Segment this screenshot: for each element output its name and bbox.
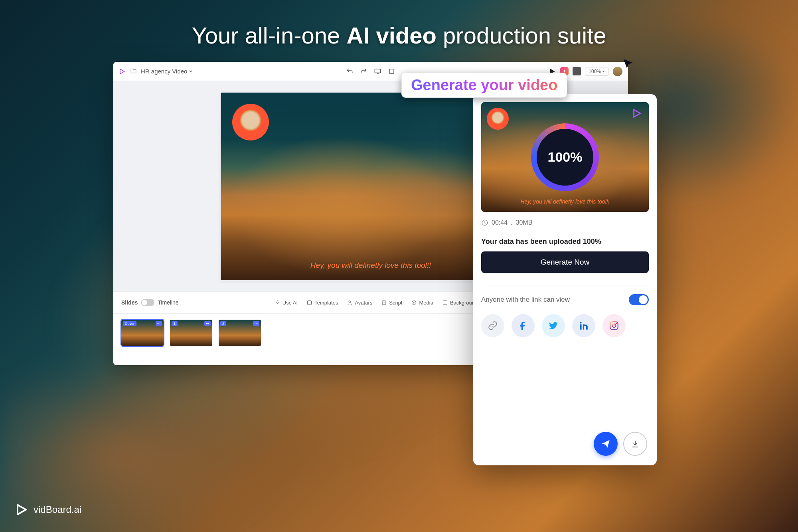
slide-thumb-1[interactable]: 1 ⋯ bbox=[170, 320, 212, 346]
app-logo-icon bbox=[119, 68, 126, 75]
svg-rect-6 bbox=[443, 301, 447, 305]
meta-separator: . bbox=[511, 219, 512, 226]
generate-now-button[interactable]: Generate Now bbox=[481, 251, 649, 273]
toggle-track[interactable] bbox=[141, 299, 154, 306]
facebook-icon bbox=[518, 320, 528, 331]
svg-rect-11 bbox=[580, 324, 581, 330]
popup-heading: Generate your video bbox=[401, 73, 567, 98]
desktop-icon[interactable] bbox=[374, 67, 381, 75]
video-duration: 00:44 bbox=[492, 219, 508, 226]
square-icon[interactable] bbox=[388, 67, 395, 75]
svg-rect-4 bbox=[382, 301, 386, 305]
project-name-text: HR agency Video bbox=[141, 68, 187, 75]
share-permission-label: Anyone with the link can view bbox=[481, 296, 570, 304]
divider bbox=[481, 285, 649, 285]
twitter-share-button[interactable] bbox=[542, 314, 565, 337]
video-meta: 00:44 . 30MB bbox=[481, 219, 649, 226]
cursor-arrow-icon bbox=[621, 57, 635, 73]
progress-ring: 100% bbox=[531, 123, 599, 191]
sparkle-icon bbox=[275, 300, 280, 306]
chevron-down-icon bbox=[189, 69, 193, 73]
upload-status-text: Your data has been uploaded 100% bbox=[481, 237, 649, 246]
popup-logo-icon bbox=[632, 108, 643, 119]
generate-popup: Generate your video Generate your video … bbox=[473, 94, 657, 465]
svg-point-12 bbox=[580, 322, 581, 323]
slide-label: Cover bbox=[123, 321, 136, 326]
hero-headline: Your all-in-one AI video production suit… bbox=[192, 22, 606, 49]
save-button[interactable] bbox=[573, 67, 581, 75]
folder-icon bbox=[130, 68, 137, 75]
instagram-icon bbox=[609, 320, 619, 331]
svg-point-14 bbox=[612, 324, 616, 328]
brand-name: vidBoard.ai bbox=[34, 504, 81, 515]
brand-logo-icon bbox=[15, 502, 30, 517]
share-settings-row: Anyone with the link can view bbox=[481, 294, 649, 305]
facebook-share-button[interactable] bbox=[512, 314, 535, 337]
popup-presenter-avatar bbox=[487, 108, 509, 130]
zoom-dropdown[interactable]: 100% bbox=[585, 67, 609, 76]
slide-menu-icon[interactable]: ⋯ bbox=[204, 321, 211, 326]
brand-watermark: vidBoard.ai bbox=[15, 502, 81, 517]
headline-text-post: production suite bbox=[437, 22, 606, 48]
slide-label: 2 bbox=[220, 321, 226, 326]
twitter-icon bbox=[548, 320, 559, 331]
zoom-value: 100% bbox=[589, 69, 601, 74]
download-icon bbox=[630, 439, 640, 449]
script-button[interactable]: Script bbox=[381, 300, 402, 306]
avatar-icon bbox=[347, 300, 353, 306]
svg-rect-1 bbox=[389, 69, 394, 73]
media-icon bbox=[411, 300, 417, 306]
svg-point-3 bbox=[349, 301, 351, 303]
background-button[interactable]: Background bbox=[442, 300, 478, 306]
undo-icon[interactable] bbox=[346, 67, 354, 75]
slides-mode-label: Slides bbox=[121, 299, 138, 306]
media-button[interactable]: Media bbox=[411, 300, 433, 306]
video-caption[interactable]: Hey, you will definetly love this tool!! bbox=[310, 261, 431, 270]
headline-text-bold: AI video bbox=[346, 22, 437, 48]
popup-video-preview: 100% Hey, you will definetly love this t… bbox=[481, 102, 649, 212]
send-button[interactable] bbox=[594, 432, 618, 456]
download-button[interactable] bbox=[623, 432, 647, 456]
popup-caption: Hey, you will definetly love this tool!! bbox=[520, 198, 609, 205]
slide-label: 1 bbox=[172, 321, 178, 326]
redo-icon[interactable] bbox=[360, 67, 367, 75]
slide-thumb-2[interactable]: 2 ⋯ bbox=[219, 320, 261, 346]
link-icon bbox=[488, 320, 498, 331]
slide-menu-icon[interactable]: ⋯ bbox=[253, 321, 259, 326]
instagram-share-button[interactable] bbox=[602, 314, 626, 337]
chevron-down-icon bbox=[602, 70, 605, 73]
timeline-mode-label: Timeline bbox=[158, 299, 178, 306]
social-share-row bbox=[481, 314, 649, 337]
copy-link-button[interactable] bbox=[481, 314, 504, 337]
topbar-center-tools bbox=[346, 67, 395, 75]
presenter-avatar[interactable] bbox=[232, 104, 269, 140]
linkedin-share-button[interactable] bbox=[572, 314, 595, 337]
svg-rect-2 bbox=[308, 301, 312, 305]
popup-action-row bbox=[594, 432, 647, 456]
svg-rect-0 bbox=[375, 69, 380, 73]
template-icon bbox=[306, 300, 312, 306]
project-name-dropdown[interactable]: HR agency Video bbox=[141, 68, 193, 75]
share-toggle[interactable] bbox=[629, 294, 649, 305]
linkedin-icon bbox=[579, 320, 589, 331]
use-ai-button[interactable]: Use AI bbox=[275, 300, 298, 306]
slide-menu-icon[interactable]: ⋯ bbox=[156, 321, 162, 326]
background-icon bbox=[442, 300, 448, 306]
clock-icon bbox=[481, 219, 488, 226]
send-icon bbox=[600, 439, 611, 449]
headline-text-pre: Your all-in-one bbox=[192, 22, 346, 48]
script-icon bbox=[381, 300, 387, 306]
slide-thumb-cover[interactable]: Cover ⋯ bbox=[121, 320, 164, 346]
avatars-button[interactable]: Avatars bbox=[347, 300, 372, 306]
progress-percent: 100% bbox=[537, 129, 593, 186]
svg-point-15 bbox=[616, 323, 617, 324]
templates-button[interactable]: Templates bbox=[306, 300, 338, 306]
view-mode-switch[interactable]: Slides Timeline bbox=[121, 299, 179, 306]
video-size: 30MB bbox=[516, 219, 533, 226]
